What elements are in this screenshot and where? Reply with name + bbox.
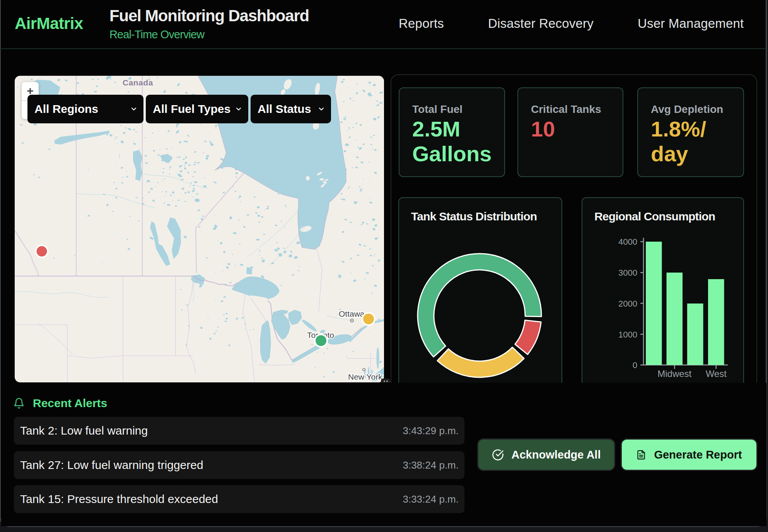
svg-text:West: West (706, 368, 727, 379)
svg-text:4000: 4000 (618, 237, 637, 247)
svg-text:0: 0 (633, 360, 637, 370)
svg-text:2000: 2000 (618, 299, 637, 309)
svg-text:1000: 1000 (618, 330, 637, 339)
svg-text:Midwest: Midwest (657, 368, 691, 379)
svg-text:3000: 3000 (618, 268, 637, 278)
